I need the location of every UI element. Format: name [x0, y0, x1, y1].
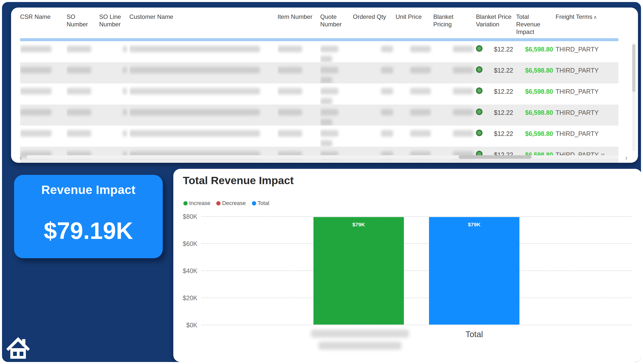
legend-item-decrease[interactable]: Decrease — [216, 200, 246, 206]
redacted-customer-name — [129, 130, 260, 137]
revenue-impact-card[interactable]: Revenue Impact $79.19K — [14, 175, 163, 258]
kpi-card-title: Revenue Impact — [14, 175, 163, 197]
redacted-quote-number — [320, 67, 338, 73]
redacted-csr-name — [20, 67, 51, 73]
col-header-freight-terms[interactable]: Freight Terms∧ — [556, 8, 618, 38]
bar-increase-customer[interactable]: $79K — [313, 217, 404, 325]
scroll-right-icon[interactable]: › — [625, 154, 627, 161]
col-header-so-line-number[interactable]: SO Line Number — [99, 8, 129, 38]
redacted-unit-price — [410, 67, 431, 73]
blanket-price-variation-indicator-icon — [476, 87, 483, 94]
chart-legend: Increase Decrease Total — [183, 200, 269, 206]
col-header-total-revenue-impact[interactable]: Total Revenue Impact — [516, 8, 556, 38]
total-revenue-impact-value: $6,598.80 — [516, 62, 556, 83]
gridline — [201, 325, 631, 325]
chart-plot-area: $79K $79K Total — [200, 216, 631, 325]
freight-terms-value: THIRD_PARTY — [556, 109, 599, 116]
blanket-price-variation-value: $12.22 — [494, 46, 513, 53]
total-revenue-impact-value: $6,598.80 — [516, 105, 556, 126]
horizontal-scrollbar-thumb[interactable] — [459, 155, 531, 159]
col-header-customer-name[interactable]: Customer Name — [129, 8, 278, 38]
total-revenue-impact-value: $6,598.80 — [516, 83, 556, 105]
total-revenue-impact-chart: Total Revenue Impact Increase Decrease T… — [173, 169, 641, 362]
home-button[interactable] — [5, 335, 31, 360]
gridline — [201, 216, 631, 217]
blanket-price-variation-value: $12.22 — [494, 109, 513, 116]
table-row[interactable]: $12.22 $6,598.80 THIRD_PARTY∨ — [20, 147, 618, 163]
redacted-item-number — [278, 67, 302, 73]
legend-item-increase[interactable]: Increase — [183, 200, 210, 206]
blanket-price-variation-indicator-icon — [476, 109, 483, 115]
legend-total-label: Total — [258, 200, 269, 206]
total-revenue-impact-value: $6,598.80 — [516, 41, 556, 62]
redacted-quote-number — [320, 56, 332, 62]
header-divider-strip — [20, 38, 618, 41]
redacted-ordered-qty — [381, 109, 393, 116]
redacted-item-number — [278, 88, 302, 94]
col-header-quote-number[interactable]: Quote Number — [320, 8, 353, 38]
table-header-row: CSR Name SO Number SO Line Number Custom… — [20, 8, 618, 38]
legend-decrease-label: Decrease — [222, 200, 246, 206]
redacted-so-number — [67, 46, 91, 52]
redacted-customer-name — [129, 67, 260, 73]
col-header-unit-price[interactable]: Unit Price — [396, 8, 433, 38]
total-revenue-impact-value: $6,598.80 — [516, 126, 556, 147]
redacted-ordered-qty — [381, 130, 393, 137]
y-axis-tick: $60K — [177, 240, 197, 247]
y-axis-tick: $40K — [177, 267, 197, 275]
col-header-item-number[interactable]: Item Number — [278, 8, 320, 38]
col-header-so-number[interactable]: SO Number — [67, 8, 99, 38]
redacted-blanket-pricing — [453, 130, 473, 137]
legend-increase-dot-icon — [183, 201, 188, 205]
redacted-quote-number — [320, 77, 332, 83]
kpi-card-value: $79.19K — [14, 217, 163, 244]
freight-terms-value: THIRD_PARTY — [556, 88, 599, 95]
dashboard-screenshot: CSR Name SO Number SO Line Number Custom… — [0, 0, 643, 364]
vertical-scrollbar-thumb[interactable] — [632, 44, 635, 92]
vertical-scrollbar[interactable] — [632, 43, 635, 151]
report-canvas: CSR Name SO Number SO Line Number Custom… — [2, 2, 641, 362]
redacted-quote-number — [320, 140, 332, 147]
horizontal-scrollbar[interactable] — [27, 155, 618, 159]
table-row[interactable]: $12.22 $6,598.80 THIRD_PARTY — [20, 105, 618, 126]
table-row[interactable]: $12.22 $6,598.80 THIRD_PARTY — [20, 41, 618, 62]
blanket-price-variation-value: $12.22 — [494, 67, 513, 74]
redacted-blanket-pricing — [453, 46, 473, 52]
redacted-unit-price — [410, 130, 431, 137]
y-axis-tick: $20K — [177, 294, 197, 302]
redacted-csr-name — [20, 130, 51, 137]
bar-value-label: $79K — [429, 222, 519, 228]
blanket-price-variation-value: $12.22 — [494, 88, 513, 95]
scroll-left-icon[interactable]: ‹ — [20, 154, 22, 161]
bar-total[interactable]: $79K — [429, 217, 519, 325]
redacted-blanket-pricing — [453, 88, 473, 94]
x-axis-label-redacted-customer — [310, 330, 410, 354]
table-row[interactable]: $12.22 $6,598.80 THIRD_PARTY — [20, 83, 618, 105]
redacted-blanket-pricing — [453, 109, 473, 116]
redacted-blanket-pricing — [453, 67, 473, 73]
col-header-blanket-price-variation[interactable]: Blanket Price Variation — [476, 8, 516, 38]
blanket-price-variation-value: $12.22 — [494, 130, 513, 137]
gridline — [201, 297, 631, 298]
redacted-so-line — [123, 109, 127, 116]
orders-table-panel: CSR Name SO Number SO Line Number Custom… — [11, 8, 638, 163]
col-header-blanket-pricing[interactable]: Blanket Pricing — [433, 8, 476, 38]
redacted-ordered-qty — [381, 88, 393, 94]
redacted-so-number — [67, 67, 91, 73]
legend-item-total[interactable]: Total — [252, 200, 269, 206]
redacted-unit-price — [410, 88, 431, 94]
sort-ascending-icon[interactable]: ∧ — [593, 14, 597, 20]
redacted-quote-number — [320, 130, 338, 137]
col-header-csr-name[interactable]: CSR Name — [20, 8, 67, 38]
redacted-so-number — [67, 130, 91, 137]
orders-table: CSR Name SO Number SO Line Number Custom… — [20, 8, 618, 163]
table-row[interactable]: $12.22 $6,598.80 THIRD_PARTY — [20, 62, 618, 83]
col-header-ordered-qty[interactable]: Ordered Qty — [353, 8, 396, 38]
legend-decrease-dot-icon — [216, 201, 221, 205]
freight-terms-value: THIRD_PARTY — [556, 46, 599, 53]
redacted-so-line — [123, 130, 127, 137]
table-row[interactable]: $12.22 $6,598.80 THIRD_PARTY — [20, 126, 618, 147]
redacted-customer-name — [129, 46, 260, 52]
redacted-so-line — [123, 46, 127, 52]
redacted-category-text — [318, 342, 401, 350]
